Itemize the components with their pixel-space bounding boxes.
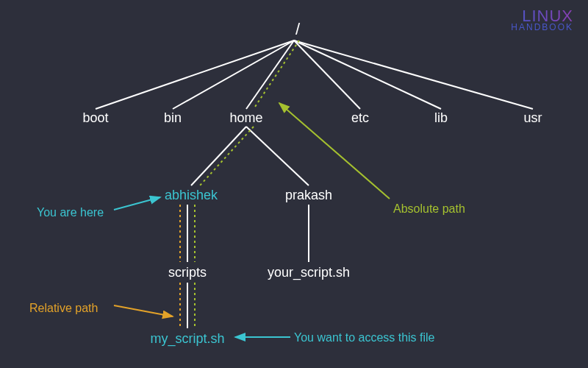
node-scripts: scripts [168,265,207,280]
svg-line-17 [114,197,160,210]
node-usr: usr [523,110,542,126]
brand-logo: LINUX HANDBOOK [511,9,573,32]
svg-line-0 [96,40,294,109]
node-boot: boot [82,110,108,126]
logo-line1: LINUX [511,9,573,24]
node-yourscript: your_script.sh [268,265,350,280]
logo-line2: HANDBOOK [511,24,573,32]
node-etc: etc [351,110,369,126]
node-home: home [229,110,262,126]
annotation-access-file: You want to access this file [294,331,435,344]
svg-line-19 [114,305,173,316]
svg-line-4 [294,40,441,109]
annotation-absolute-path: Absolute path [393,202,465,216]
svg-line-3 [294,40,360,109]
svg-line-12 [200,127,254,185]
node-abhishek: abhishek [165,188,218,203]
annotation-you-are-here: You are here [37,206,104,219]
node-bin: bin [164,110,182,126]
node-myscript: my_script.sh [150,331,224,347]
node-lib: lib [434,110,448,126]
svg-line-5 [294,40,533,109]
svg-line-7 [246,127,309,185]
svg-line-6 [191,127,246,185]
node-prakash: prakash [285,188,332,203]
node-root: / [295,20,300,39]
svg-line-18 [279,103,390,199]
svg-line-2 [246,40,294,109]
annotation-relative-path: Relative path [29,302,98,315]
